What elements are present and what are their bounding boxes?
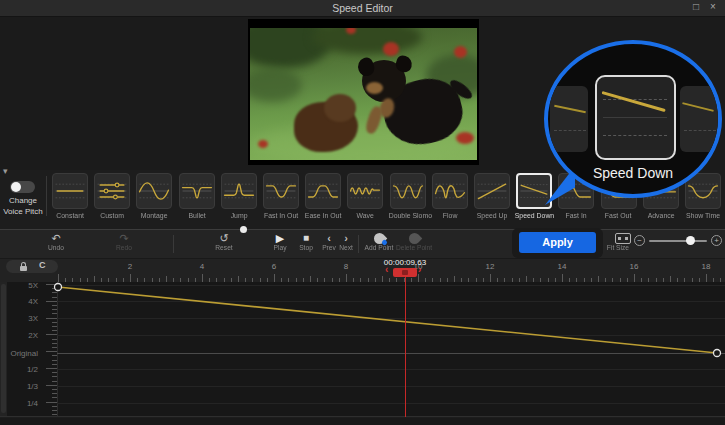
preset-label: Show Time [684, 211, 723, 219]
preset-label: Constant [51, 211, 90, 219]
video-frame [248, 19, 479, 165]
preset-ease-in-out[interactable]: Ease In Out [302, 172, 344, 226]
voice-pitch-group: Change Voice Pitch [0, 176, 46, 226]
preset-label: Bullet [177, 211, 216, 219]
preset-thumbnail[interactable] [347, 173, 383, 209]
flower [258, 140, 268, 148]
preset-flow[interactable]: Flow [429, 172, 471, 226]
flower [454, 46, 467, 58]
preset-jump[interactable]: Jump [218, 172, 260, 226]
preset-label: Speed Up [473, 211, 512, 219]
preset-thumbnail[interactable] [179, 173, 215, 209]
close-icon[interactable]: × [706, 1, 720, 12]
preset-label: Speed Down [515, 211, 554, 219]
voice-pitch-label: Voice Pitch [0, 207, 46, 216]
speed-curve[interactable] [0, 282, 725, 417]
preset-thumbnail[interactable] [474, 173, 510, 209]
undo-button[interactable]: ↶ Undo [38, 232, 74, 256]
fit-size-icon [615, 233, 631, 244]
add-point-label: Add Point [361, 244, 397, 251]
voice-pitch-toggle[interactable] [10, 181, 35, 193]
preset-label: Flow [430, 211, 469, 219]
preset-label: Advance [641, 211, 680, 219]
neighbor-preset-fragment [680, 86, 718, 152]
foliage-blob [250, 68, 302, 102]
zoom-out-icon[interactable]: − [634, 235, 645, 246]
reset-button[interactable]: ↺ Reset [206, 232, 242, 256]
ruler-number: 14 [552, 262, 572, 271]
preset-thumbnail[interactable] [263, 173, 299, 209]
playhead-timestamp: 00:00:09.63 [375, 258, 435, 267]
reset-icon: ↺ [206, 232, 242, 244]
preset-label: Ease In Out [304, 211, 343, 219]
ruler-number: 4 [192, 262, 212, 271]
ruler-number: 16 [624, 262, 644, 271]
puppy-muzzle [366, 82, 383, 94]
lock-icon[interactable] [19, 262, 28, 271]
preset-thumbnail[interactable] [305, 173, 341, 209]
bottom-strip [0, 418, 725, 425]
magnified-speed-down-tile [595, 75, 676, 160]
preset-montage[interactable]: Montage [133, 172, 175, 226]
preset-thumbnail[interactable] [52, 173, 88, 209]
preset-speed-down[interactable]: Speed Down [513, 172, 555, 226]
preset-thumbnail[interactable] [136, 173, 172, 209]
maximize-icon[interactable]: □ [689, 1, 703, 12]
preset-thumbnail[interactable] [94, 173, 130, 209]
zoom-slider-track[interactable] [649, 240, 707, 242]
preset-speed-up[interactable]: Speed Up [471, 172, 513, 226]
preset-scrollbar-thumb[interactable] [240, 226, 247, 233]
title-bar: Speed Editor □ × [0, 0, 725, 17]
ruler-number: 2 [120, 262, 140, 271]
neighbor-preset-fragment [550, 86, 588, 152]
flower [383, 42, 399, 56]
preset-label: Custom [93, 211, 132, 219]
preset-wave[interactable]: Wave [344, 172, 386, 226]
curve-end-point [714, 350, 721, 357]
zoom-in-icon[interactable]: + [711, 235, 722, 246]
preset-thumbnail[interactable] [390, 173, 426, 209]
preset-label: Fast In [557, 211, 596, 219]
zoom-slider: − + [634, 234, 722, 252]
preset-fast-in-out[interactable]: Fast In Out [260, 172, 302, 226]
speed-editor-window: Speed Editor □ × [0, 0, 725, 425]
divider [46, 176, 47, 216]
curve-icon[interactable]: C [39, 260, 46, 270]
preset-label: Montage [135, 211, 174, 219]
preset-label: Fast In Out [262, 211, 301, 219]
video-preview [250, 28, 477, 160]
preset-constant[interactable]: Constant [49, 172, 91, 226]
apply-button[interactable]: Apply [519, 232, 596, 253]
preset-bullet[interactable]: Bullet [176, 172, 218, 226]
add-point-button[interactable]: Add Point [360, 232, 398, 256]
zoom-slider-thumb[interactable] [686, 236, 695, 245]
preset-label: Fast Out [599, 211, 638, 219]
undo-icon: ↶ [38, 232, 74, 244]
preset-double-slomo[interactable]: Double Slomo [387, 172, 429, 226]
timeline-ruler[interactable]: C 24681012141618 00:00:09.63 ‹ › [0, 258, 725, 282]
redo-label: Redo [107, 244, 141, 251]
delete-point-label: Delete Point [395, 244, 433, 251]
playhead-line[interactable] [405, 277, 406, 417]
preset-custom[interactable]: Custom [91, 172, 133, 226]
ruler-number: 6 [264, 262, 284, 271]
preset-label: Wave [346, 211, 385, 219]
preset-thumbnail[interactable] [432, 173, 468, 209]
ruler-number: 12 [480, 262, 500, 271]
preset-label: Jump [219, 211, 258, 219]
toggle-knob [11, 182, 21, 192]
preset-label: Double Slomo [388, 211, 427, 219]
redo-button: ↷ Redo [106, 232, 142, 256]
preset-thumbnail[interactable] [221, 173, 257, 209]
playhead-handle[interactable] [393, 268, 417, 277]
window-title: Speed Editor [0, 2, 725, 14]
speed-graph[interactable]: 5X4X3X2XOriginal1/21/31/4 [0, 282, 725, 417]
collapse-triangle-icon[interactable]: ▾ [3, 166, 8, 176]
reset-label: Reset [207, 244, 241, 251]
magnified-curve [602, 91, 666, 112]
toolbar: ↶ Undo ↷ Redo ↺ Reset ▶ Play ■ Stop ‹ Pr… [0, 230, 725, 258]
voice-pitch-label: Change [0, 196, 46, 205]
magnifier-callout: Speed Down [544, 40, 722, 198]
divider [173, 235, 174, 253]
redo-icon: ↷ [106, 232, 142, 244]
